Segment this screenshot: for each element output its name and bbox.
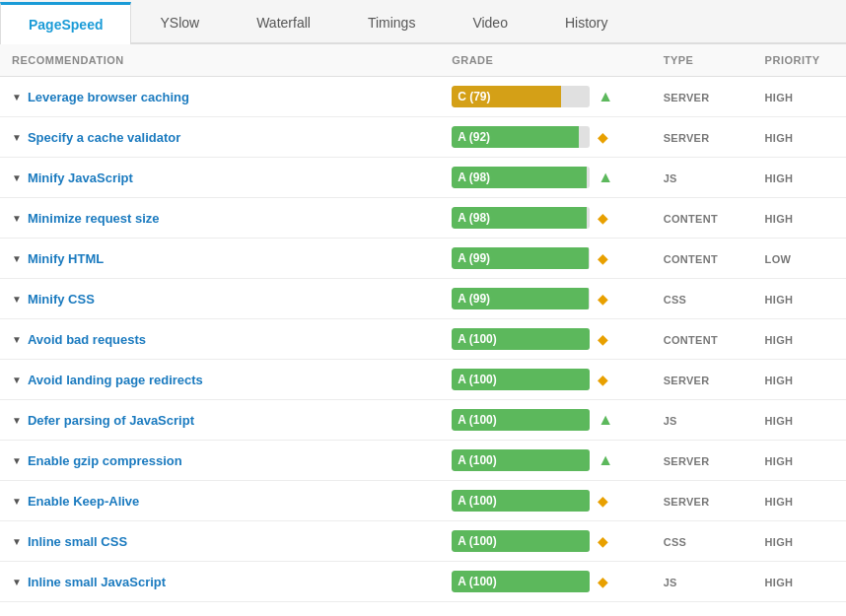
expand-icon[interactable]: ▼ xyxy=(12,253,22,264)
rec-link[interactable]: Leverage browser caching xyxy=(28,90,189,104)
table-row: ▼ Inline small JavaScript A (100) ◆ JSHI… xyxy=(0,562,846,602)
tab-video[interactable]: Video xyxy=(444,2,536,44)
grade-bar-fill: A (100) xyxy=(452,571,590,592)
type-value: SERVER xyxy=(664,132,710,144)
type-value: SERVER xyxy=(664,496,710,508)
grade-bar-fill: A (98) xyxy=(452,207,587,229)
rec-link[interactable]: Minify CSS xyxy=(28,292,95,307)
trend-diamond-icon: ◆ xyxy=(598,493,608,509)
expand-icon[interactable]: ▼ xyxy=(12,172,22,183)
rec-cell-0: ▼ Leverage browser caching xyxy=(0,77,440,117)
expand-icon[interactable]: ▼ xyxy=(12,536,22,547)
col-header-type: TYPE xyxy=(652,44,753,77)
col-header-recommendation: RECOMMENDATION xyxy=(0,44,440,77)
expand-icon[interactable]: ▼ xyxy=(12,92,22,103)
expand-icon[interactable]: ▼ xyxy=(12,375,22,385)
rec-link[interactable]: Enable Keep-Alive xyxy=(28,494,139,509)
grade-label: C (79) xyxy=(458,90,490,103)
table-row: ▼ Minify JavaScript A (98) ▲ JSHIGH xyxy=(0,158,846,198)
rec-link[interactable]: Specify a cache validator xyxy=(28,130,180,145)
priority-cell-7: HIGH xyxy=(753,360,846,400)
grade-label: A (98) xyxy=(458,211,490,225)
rec-cell-2: ▼ Minify JavaScript xyxy=(0,158,440,198)
tab-timings[interactable]: Timings xyxy=(339,2,445,44)
grade-bar-fill: C (79) xyxy=(452,86,561,107)
tab-yslow[interactable]: YSlow xyxy=(131,2,228,44)
table-row: ▼ Minify CSS A (99) ◆ CSSHIGH xyxy=(0,279,846,319)
type-cell-9: SERVER xyxy=(652,441,753,481)
rec-link[interactable]: Defer parsing of JavaScript xyxy=(28,413,194,428)
grade-label: A (100) xyxy=(458,453,497,467)
grade-cell-4: A (99) ◆ xyxy=(440,239,652,279)
expand-icon[interactable]: ▼ xyxy=(12,496,22,507)
priority-value: HIGH xyxy=(765,172,794,184)
table-row: ▼ Enable Keep-Alive A (100) ◆ SERVERHIGH xyxy=(0,481,846,521)
table-row: ▼ Avoid landing page redirects A (100) ◆… xyxy=(0,360,846,400)
trend-up-icon: ▲ xyxy=(598,169,613,186)
rec-link[interactable]: Inline small JavaScript xyxy=(28,575,166,589)
grade-bar-fill: A (100) xyxy=(452,490,590,512)
recommendations-table-container: RECOMMENDATION GRADE TYPE PRIORITY ▼ Lev… xyxy=(0,44,846,602)
rec-cell-12: ▼ Inline small JavaScript xyxy=(0,562,440,602)
expand-icon[interactable]: ▼ xyxy=(12,577,22,587)
trend-diamond-icon: ◆ xyxy=(598,574,608,589)
grade-bar: A (98) xyxy=(452,167,590,188)
grade-cell-12: A (100) ◆ xyxy=(440,562,652,602)
priority-cell-1: HIGH xyxy=(753,117,846,158)
type-value: CONTENT xyxy=(664,213,718,225)
expand-icon[interactable]: ▼ xyxy=(12,455,22,466)
type-cell-8: JS xyxy=(652,400,753,441)
type-value: SERVER xyxy=(664,455,710,467)
grade-bar-fill: A (99) xyxy=(452,288,589,309)
grade-bar: A (100) xyxy=(452,449,590,471)
grade-bar: A (100) xyxy=(452,369,590,390)
tab-waterfall[interactable]: Waterfall xyxy=(228,2,339,44)
tab-history[interactable]: History xyxy=(536,2,637,44)
rec-link[interactable]: Minify JavaScript xyxy=(28,171,133,185)
trend-up-icon: ▲ xyxy=(598,451,613,469)
expand-icon[interactable]: ▼ xyxy=(12,334,22,345)
grade-bar: A (100) xyxy=(452,571,590,592)
grade-cell-2: A (98) ▲ xyxy=(440,158,652,198)
type-value: JS xyxy=(664,577,677,588)
grade-cell-3: A (98) ◆ xyxy=(440,198,652,239)
grade-bar-fill: A (100) xyxy=(452,449,590,471)
rec-cell-6: ▼ Avoid bad requests xyxy=(0,319,440,360)
priority-cell-4: LOW xyxy=(753,239,846,279)
rec-link[interactable]: Inline small CSS xyxy=(28,534,127,549)
col-header-priority: PRIORITY xyxy=(753,44,846,77)
grade-bar-fill: A (98) xyxy=(452,167,587,188)
rec-link[interactable]: Enable gzip compression xyxy=(28,453,182,468)
table-row: ▼ Minimize request size A (98) ◆ CONTENT… xyxy=(0,198,846,239)
rec-link[interactable]: Minify HTML xyxy=(28,251,104,266)
rec-link[interactable]: Avoid landing page redirects xyxy=(28,373,203,387)
expand-icon[interactable]: ▼ xyxy=(12,415,22,426)
grade-cell-0: C (79) ▲ xyxy=(440,77,652,117)
expand-icon[interactable]: ▼ xyxy=(12,132,22,143)
type-value: CSS xyxy=(664,536,687,548)
table-row: ▼ Defer parsing of JavaScript A (100) ▲ … xyxy=(0,400,846,441)
rec-cell-7: ▼ Avoid landing page redirects xyxy=(0,360,440,400)
rec-link[interactable]: Minimize request size xyxy=(28,211,160,226)
rec-link[interactable]: Avoid bad requests xyxy=(28,332,146,347)
grade-cell-6: A (100) ◆ xyxy=(440,319,652,360)
grade-label: A (99) xyxy=(458,251,490,265)
rec-cell-1: ▼ Specify a cache validator xyxy=(0,117,440,158)
tab-bar: PageSpeedYSlowWaterfallTimingsVideoHisto… xyxy=(0,0,846,44)
priority-value: HIGH xyxy=(765,455,794,467)
trend-diamond-icon: ◆ xyxy=(598,210,608,226)
type-value: SERVER xyxy=(664,375,710,386)
grade-bar: C (79) xyxy=(452,86,590,107)
priority-value: HIGH xyxy=(765,536,794,548)
rec-cell-5: ▼ Minify CSS xyxy=(0,279,440,319)
expand-icon[interactable]: ▼ xyxy=(12,213,22,224)
priority-cell-9: HIGH xyxy=(753,441,846,481)
grade-label: A (98) xyxy=(458,171,490,184)
grade-cell-10: A (100) ◆ xyxy=(440,481,652,521)
priority-value: HIGH xyxy=(765,213,794,225)
grade-cell-8: A (100) ▲ xyxy=(440,400,652,441)
type-cell-4: CONTENT xyxy=(652,239,753,279)
expand-icon[interactable]: ▼ xyxy=(12,294,22,305)
grade-label: A (99) xyxy=(458,292,490,306)
tab-pagespeed[interactable]: PageSpeed xyxy=(0,2,131,44)
